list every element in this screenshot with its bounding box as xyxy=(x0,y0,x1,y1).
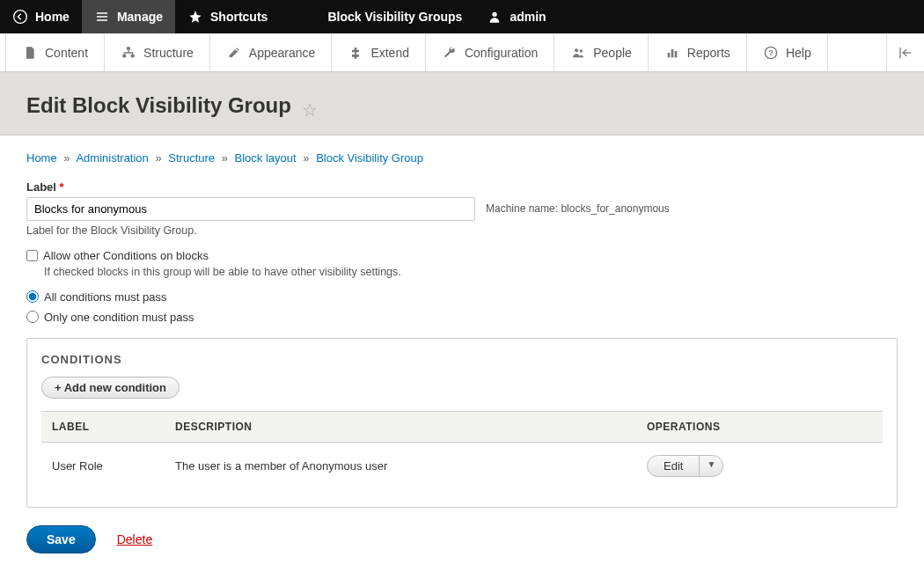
breadcrumb-structure[interactable]: Structure xyxy=(168,151,215,165)
radio-one-label[interactable]: Only one condition must pass xyxy=(44,311,194,324)
row-label: User Role xyxy=(41,442,165,489)
form-item-label: Label * Machine name: blocks_for_anonymo… xyxy=(26,180,898,237)
dropbutton-toggle[interactable]: ▼ xyxy=(700,456,722,476)
tab-help-label: Help xyxy=(786,46,811,60)
svg-rect-2 xyxy=(127,47,130,49)
svg-rect-9 xyxy=(675,51,678,57)
page-title: Edit Block Visibility Group xyxy=(26,93,291,118)
content: Home » Administration » Structure » Bloc… xyxy=(0,136,924,579)
radio-one-condition[interactable] xyxy=(26,311,39,323)
title-region: Edit Block Visibility Group ☆ xyxy=(0,72,924,136)
tab-structure-label: Structure xyxy=(143,46,194,60)
svg-point-6 xyxy=(580,49,583,52)
tab-content[interactable]: Content xyxy=(5,33,105,71)
star-icon xyxy=(187,9,203,25)
tab-configuration[interactable]: Configuration xyxy=(426,33,554,71)
toolbar: Home Manage Shortcuts Block Visibility G… xyxy=(0,0,924,33)
tab-content-label: Content xyxy=(45,46,88,60)
svg-point-5 xyxy=(575,48,578,52)
toolbar-home[interactable]: Home xyxy=(0,0,82,33)
toolbar-site-name-label: Block Visibility Groups xyxy=(327,10,462,24)
tab-reports[interactable]: Reports xyxy=(649,33,747,71)
help-icon: ? xyxy=(763,45,779,61)
machine-name-value: blocks_for_anonymous xyxy=(561,202,669,215)
structure-icon xyxy=(121,45,136,61)
tab-extend[interactable]: Extend xyxy=(332,33,426,71)
file-icon xyxy=(22,45,38,61)
radio-all-conditions[interactable] xyxy=(26,290,39,303)
breadcrumb-sep: » xyxy=(155,151,161,165)
conditions-table: Label Description Operations User Role T… xyxy=(41,411,883,489)
tab-appearance-label: Appearance xyxy=(249,46,316,60)
toolbar-shortcuts-label: Shortcuts xyxy=(210,10,268,24)
toolbar-home-label: Home xyxy=(35,10,70,24)
chart-icon xyxy=(664,45,680,61)
conditions-legend: Conditions xyxy=(41,353,883,366)
conditions-fieldset: Conditions + Add new condition Label Des… xyxy=(26,338,898,508)
toolbar-user[interactable]: admin xyxy=(474,0,558,33)
condition-logic-radios: All conditions must pass Only one condit… xyxy=(26,290,898,324)
tab-help[interactable]: ? Help xyxy=(747,33,828,71)
operations-dropbutton: Edit ▼ xyxy=(647,455,723,477)
add-condition-button[interactable]: + Add new condition xyxy=(41,377,180,399)
breadcrumb-admin[interactable]: Administration xyxy=(76,151,148,165)
allow-other-checkbox[interactable] xyxy=(26,250,38,261)
row-description: The user is a member of Anonymous user xyxy=(165,442,636,489)
svg-point-1 xyxy=(493,12,497,17)
puzzle-icon xyxy=(348,45,363,61)
col-description: Description xyxy=(165,411,636,442)
radio-all-label[interactable]: All conditions must pass xyxy=(44,290,166,304)
breadcrumb-home[interactable]: Home xyxy=(26,151,57,165)
row-operations: Edit ▼ xyxy=(636,442,883,489)
tab-people[interactable]: People xyxy=(554,33,649,71)
admin-tabs: Content Structure Appearance Extend Conf… xyxy=(0,33,924,72)
breadcrumb-sep: » xyxy=(63,151,70,165)
breadcrumb-block-layout[interactable]: Block layout xyxy=(235,151,297,165)
toolbar-shortcuts[interactable]: Shortcuts xyxy=(175,0,280,33)
edit-button[interactable]: Edit xyxy=(648,456,700,476)
svg-rect-7 xyxy=(668,53,671,57)
delete-link[interactable]: Delete xyxy=(117,532,152,546)
user-icon xyxy=(487,9,502,25)
tab-configuration-label: Configuration xyxy=(465,46,538,60)
label-description: Label for the Block Visibility Group. xyxy=(26,224,898,237)
label-field-label: Label * xyxy=(26,180,898,194)
machine-name-prefix: Machine name: xyxy=(486,202,561,215)
svg-rect-8 xyxy=(671,49,674,57)
col-operations: Operations xyxy=(636,411,883,442)
toolbar-user-label: admin xyxy=(510,10,546,24)
table-row: User Role The user is a member of Anonym… xyxy=(41,442,883,489)
allow-other-description: If checked blocks in this group will be … xyxy=(44,266,898,278)
hamburger-icon xyxy=(94,9,110,25)
tab-appearance[interactable]: Appearance xyxy=(210,33,333,71)
collapse-icon xyxy=(898,45,913,61)
required-marker: * xyxy=(60,180,64,194)
breadcrumb-sep: » xyxy=(222,151,228,165)
form-item-allow-other: Allow other Conditions on blocks If chec… xyxy=(26,249,898,278)
breadcrumb-bvg[interactable]: Block Visibility Group xyxy=(316,151,423,165)
back-arrow-icon xyxy=(12,9,28,25)
col-label: Label xyxy=(41,411,165,442)
allow-other-label[interactable]: Allow other Conditions on blocks xyxy=(43,249,209,262)
toolbar-manage-label: Manage xyxy=(117,10,163,24)
people-icon xyxy=(570,45,586,61)
wrench-icon xyxy=(442,45,458,61)
collapse-toolbar-button[interactable] xyxy=(886,33,924,71)
tab-people-label: People xyxy=(593,46,632,60)
label-field-label-text: Label xyxy=(26,180,56,194)
shortcut-star-icon[interactable]: ☆ xyxy=(302,100,318,120)
toolbar-site-name[interactable]: Block Visibility Groups xyxy=(315,0,474,33)
breadcrumb: Home » Administration » Structure » Bloc… xyxy=(26,151,898,165)
adminbar-spacer xyxy=(828,33,886,71)
toolbar-manage[interactable]: Manage xyxy=(82,0,175,33)
appearance-icon xyxy=(226,45,242,61)
form-actions: Save Delete xyxy=(26,525,898,553)
save-button[interactable]: Save xyxy=(26,525,96,553)
breadcrumb-sep: » xyxy=(303,151,309,165)
tab-structure[interactable]: Structure xyxy=(105,33,210,71)
machine-name: Machine name: blocks_for_anonymous xyxy=(486,202,670,215)
svg-point-0 xyxy=(14,11,27,24)
label-input[interactable] xyxy=(26,197,475,221)
tab-reports-label: Reports xyxy=(687,46,730,60)
svg-rect-4 xyxy=(131,55,135,57)
